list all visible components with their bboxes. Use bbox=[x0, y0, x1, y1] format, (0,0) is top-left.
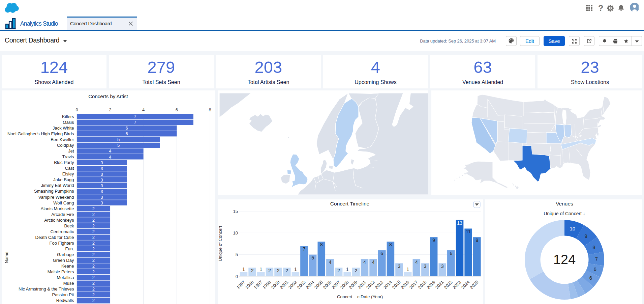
svg-text:Centromatic: Centromatic bbox=[50, 229, 74, 234]
svg-text:2: 2 bbox=[92, 223, 95, 228]
svg-text:Muse: Muse bbox=[63, 281, 74, 286]
svg-text:6: 6 bbox=[589, 275, 592, 281]
svg-text:10: 10 bbox=[233, 230, 238, 236]
svg-text:2000: 2000 bbox=[270, 280, 281, 290]
svg-text:2024: 2024 bbox=[460, 280, 471, 290]
svg-text:2019: 2019 bbox=[426, 280, 436, 290]
svg-text:4: 4 bbox=[109, 148, 111, 154]
svg-text:1: 1 bbox=[294, 267, 297, 272]
svg-text:2: 2 bbox=[268, 268, 271, 273]
svg-text:2004: 2004 bbox=[305, 280, 315, 290]
svg-text:8: 8 bbox=[320, 242, 323, 247]
svg-text:Jimmy Eat World: Jimmy Eat World bbox=[41, 183, 74, 188]
svg-text:Alanis Morissette: Alanis Morissette bbox=[41, 206, 74, 211]
svg-text:5: 5 bbox=[236, 252, 238, 257]
svg-text:6: 6 bbox=[126, 126, 128, 131]
svg-text:1997: 1997 bbox=[253, 280, 263, 290]
svg-text:0: 0 bbox=[236, 274, 238, 279]
svg-text:2001: 2001 bbox=[279, 280, 289, 290]
svg-text:2: 2 bbox=[92, 235, 95, 240]
svg-text:2: 2 bbox=[355, 268, 357, 273]
svg-text:5: 5 bbox=[117, 137, 120, 142]
svg-text:124: 124 bbox=[553, 252, 576, 267]
svg-text:4: 4 bbox=[363, 259, 366, 265]
svg-text:6: 6 bbox=[450, 251, 453, 256]
svg-text:2: 2 bbox=[92, 252, 95, 257]
svg-text:3: 3 bbox=[441, 264, 444, 269]
svg-text:2: 2 bbox=[277, 268, 280, 273]
svg-text:2007: 2007 bbox=[331, 280, 341, 290]
svg-text:Unique of Concert ↓: Unique of Concert ↓ bbox=[544, 211, 585, 216]
svg-text:3: 3 bbox=[100, 183, 103, 188]
svg-text:Death Cab for Cutie: Death Cab for Cutie bbox=[35, 235, 74, 240]
svg-text:2017: 2017 bbox=[408, 280, 419, 290]
svg-text:7: 7 bbox=[303, 246, 306, 252]
svg-text:1: 1 bbox=[346, 267, 349, 272]
svg-text:2: 2 bbox=[92, 286, 95, 292]
svg-text:5: 5 bbox=[117, 143, 120, 148]
svg-text:Oasis: Oasis bbox=[63, 120, 74, 125]
svg-text:3: 3 bbox=[100, 166, 103, 171]
svg-text:Concert Timeline: Concert Timeline bbox=[330, 201, 369, 206]
svg-text:3: 3 bbox=[100, 160, 103, 165]
svg-text:Bloc Party: Bloc Party bbox=[54, 160, 74, 165]
svg-text:4: 4 bbox=[329, 259, 332, 265]
svg-text:13: 13 bbox=[457, 220, 462, 226]
svg-text:2003: 2003 bbox=[296, 280, 307, 290]
svg-text:3: 3 bbox=[100, 195, 103, 200]
svg-text:Unique of Concert: Unique of Concert bbox=[218, 226, 223, 261]
svg-text:2006: 2006 bbox=[322, 280, 332, 290]
svg-text:7: 7 bbox=[595, 256, 598, 262]
svg-text:Jet: Jet bbox=[68, 148, 74, 154]
svg-text:2: 2 bbox=[92, 246, 95, 251]
svg-text:1: 1 bbox=[242, 267, 245, 272]
svg-text:1996: 1996 bbox=[244, 280, 255, 290]
svg-text:Jack White: Jack White bbox=[53, 126, 74, 131]
svg-text:1987: 1987 bbox=[236, 280, 246, 290]
svg-text:2018: 2018 bbox=[417, 280, 427, 290]
svg-text:Arctic Monkeys: Arctic Monkeys bbox=[44, 218, 74, 223]
svg-text:1998: 1998 bbox=[262, 280, 272, 290]
svg-text:2: 2 bbox=[92, 218, 95, 223]
svg-text:4: 4 bbox=[142, 107, 145, 112]
svg-text:Venues: Venues bbox=[556, 201, 573, 206]
svg-text:2: 2 bbox=[92, 241, 95, 246]
svg-text:10: 10 bbox=[570, 226, 575, 231]
svg-text:Name: Name bbox=[4, 252, 9, 264]
svg-text:2: 2 bbox=[285, 268, 288, 273]
svg-text:2021: 2021 bbox=[434, 280, 445, 290]
svg-text:Concerts by Artist: Concerts by Artist bbox=[88, 93, 128, 99]
svg-text:Smashing Pumpkins: Smashing Pumpkins bbox=[34, 189, 74, 194]
svg-text:Killers: Killers bbox=[62, 114, 74, 119]
svg-text:2008: 2008 bbox=[339, 280, 350, 290]
svg-text:Eisley: Eisley bbox=[62, 171, 74, 176]
svg-text:2005: 2005 bbox=[313, 280, 324, 290]
svg-text:2022: 2022 bbox=[443, 280, 453, 290]
svg-text:2: 2 bbox=[92, 264, 95, 269]
svg-text:4: 4 bbox=[109, 155, 111, 160]
svg-text:Foo Fighters: Foo Fighters bbox=[50, 241, 74, 246]
svg-text:5: 5 bbox=[311, 255, 314, 260]
svg-text:Green Day: Green Day bbox=[53, 258, 74, 263]
svg-text:3: 3 bbox=[100, 172, 103, 177]
svg-text:9: 9 bbox=[476, 238, 478, 243]
svg-text:Metallica: Metallica bbox=[57, 275, 74, 280]
svg-text:2: 2 bbox=[92, 269, 95, 274]
svg-text:3: 3 bbox=[100, 200, 103, 205]
svg-text:2: 2 bbox=[337, 268, 340, 273]
svg-text:2015: 2015 bbox=[391, 280, 402, 290]
svg-text:2014: 2014 bbox=[382, 280, 393, 290]
svg-text:9: 9 bbox=[432, 238, 435, 243]
svg-text:8: 8 bbox=[389, 242, 392, 247]
svg-text:Cast: Cast bbox=[65, 166, 74, 171]
svg-text:15: 15 bbox=[233, 209, 238, 214]
svg-text:Wolf Gang: Wolf Gang bbox=[53, 200, 74, 205]
svg-text:7: 7 bbox=[134, 114, 136, 119]
svg-text:6: 6 bbox=[380, 251, 383, 256]
svg-text:3: 3 bbox=[398, 264, 401, 269]
svg-text:2: 2 bbox=[92, 275, 95, 280]
svg-text:4: 4 bbox=[372, 259, 375, 265]
svg-text:Jake Bugg: Jake Bugg bbox=[53, 177, 74, 182]
svg-text:2: 2 bbox=[92, 229, 95, 234]
svg-text:2013: 2013 bbox=[374, 280, 384, 290]
